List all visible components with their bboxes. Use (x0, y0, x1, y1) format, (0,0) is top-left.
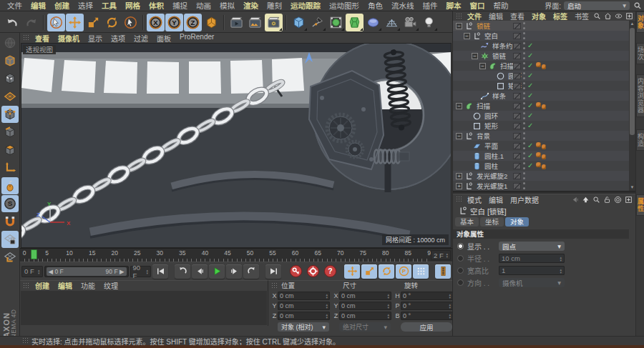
menu-item[interactable]: 标签 (550, 11, 571, 21)
search-icon[interactable] (592, 11, 602, 21)
start-frame-field[interactable]: 0 F ▴ ▾ (21, 266, 43, 277)
menu-item[interactable]: 选项 (107, 33, 130, 44)
object-row[interactable]: −锁链 (453, 21, 630, 31)
side-tab-构造[interactable]: 构造 (636, 129, 644, 151)
coord-mode-dropdown[interactable]: 对象 (相对)▾ (278, 322, 329, 332)
object-tree-scrollbar[interactable]: ▲ ▼ (629, 21, 635, 191)
layer-toggle[interactable] (513, 23, 521, 29)
menu-item[interactable]: 动画 (192, 0, 215, 11)
menu-item[interactable]: 对象 (528, 11, 550, 21)
menu-item[interactable]: 模拟 (215, 0, 239, 11)
move-button[interactable] (66, 14, 84, 31)
timeline-ruler[interactable]: 051015202530354045505560657075808590 2 F… (20, 248, 452, 262)
spinner-arrows-icon[interactable]: ▴ ▾ (326, 293, 328, 299)
spinner-arrows-icon[interactable]: ▴ ▾ (449, 303, 451, 309)
goto-end-button[interactable] (265, 264, 281, 279)
menu-item[interactable]: 运动跟踪 (286, 0, 325, 11)
scroll-up-icon[interactable]: ▲ (629, 21, 635, 27)
menu-item[interactable]: 脚本 (442, 0, 466, 11)
layer-toggle[interactable] (513, 133, 521, 139)
back-arrow-icon[interactable] (570, 195, 580, 204)
record-key-button[interactable] (288, 264, 303, 279)
question-button[interactable]: ? (322, 264, 338, 279)
collapse-icon[interactable]: − (479, 63, 486, 69)
menu-item[interactable]: 工具 (97, 0, 121, 11)
viewport-canvas[interactable]: Y X Z 透视视图 网格间距 : 10000 cm (21, 43, 452, 248)
interface-dropdown[interactable]: 启动 ▾ (564, 1, 630, 10)
render-picture-button[interactable] (246, 14, 264, 31)
frame-range-slider[interactable]: ◀ 0 F 90 F ▶ (44, 266, 129, 277)
enabled-check-icon[interactable]: ✓ (527, 121, 533, 131)
menu-item[interactable]: 体积 (145, 0, 168, 11)
coord-field[interactable]: 0 cm▴ ▾ (339, 312, 391, 320)
layer-toggle[interactable] (513, 63, 521, 69)
object-row[interactable]: 平面✓ (453, 141, 630, 151)
layer-toggle[interactable] (513, 113, 521, 119)
add-spline-button[interactable] (308, 14, 326, 31)
keyframe-radio[interactable] (457, 279, 464, 286)
visibility-dots[interactable] (523, 32, 526, 39)
undo-button[interactable] (4, 14, 21, 31)
object-row[interactable]: 圆环✓ (453, 111, 630, 121)
object-row[interactable]: −扫描✓ (453, 101, 630, 111)
play-forwards-button[interactable] (243, 264, 259, 279)
grip-handle[interactable] (23, 34, 29, 41)
menu-item[interactable]: 查看 (507, 11, 528, 21)
coord-field[interactable]: 0 cm▴ ▾ (339, 302, 391, 310)
attribute-spinner[interactable]: 10 cm▴ ▾ (499, 254, 565, 263)
apply-button[interactable]: 应用 (401, 322, 452, 332)
object-row[interactable]: −背景 (453, 131, 630, 141)
home-icon[interactable] (603, 11, 613, 21)
step-forward-button[interactable] (226, 264, 242, 279)
side-tab-属性[interactable]: 属性 (636, 194, 644, 216)
menu-item[interactable]: 角色 (364, 0, 387, 11)
enabled-check-icon[interactable]: ✓ (527, 101, 533, 111)
coord-system-button[interactable] (203, 14, 220, 31)
keyframe-radio[interactable] (457, 255, 464, 262)
enabled-check-icon[interactable]: ✓ (527, 151, 533, 161)
menu-item[interactable]: 过滤 (130, 33, 152, 44)
play-backwards-button[interactable] (175, 264, 190, 279)
playhead[interactable] (31, 249, 37, 259)
key-position-button[interactable] (344, 264, 360, 279)
visibility-dots[interactable] (523, 182, 526, 189)
points-mode-button[interactable] (1, 106, 19, 123)
visibility-dots[interactable] (523, 22, 526, 29)
tag-icon[interactable] (536, 142, 541, 147)
filter-eye-icon[interactable] (614, 11, 623, 21)
visibility-dots[interactable] (523, 142, 526, 149)
layer-toggle[interactable] (513, 93, 521, 99)
auto-key-button[interactable] (305, 264, 321, 279)
tag-icon[interactable] (542, 144, 547, 149)
last-tool-button[interactable] (122, 14, 140, 31)
spinner-arrows-icon[interactable]: ▴ ▾ (449, 313, 451, 319)
spinner-arrows-icon[interactable]: ▴ ▾ (446, 252, 448, 258)
layer-toggle[interactable] (513, 73, 521, 79)
tag-icon[interactable] (536, 162, 541, 167)
object-row[interactable]: 样条约束✓ (453, 41, 630, 51)
menu-item[interactable]: 窗口 (466, 0, 489, 11)
grip-handle[interactable] (456, 196, 462, 203)
visibility-dots[interactable] (523, 102, 526, 109)
magnet-button[interactable] (1, 213, 19, 230)
layer-toggle[interactable] (513, 153, 521, 159)
coord-mode-dropdown[interactable]: 绝对尺寸▾ (339, 322, 391, 332)
visibility-dots[interactable] (523, 172, 526, 179)
tag-icon[interactable] (536, 102, 541, 107)
layer-toggle[interactable] (513, 123, 521, 129)
menu-item[interactable]: 编辑 (26, 0, 50, 11)
coord-field[interactable]: 0 °▴ ▾ (401, 312, 453, 320)
enable-axis-button[interactable] (1, 159, 19, 177)
play-button[interactable] (209, 264, 225, 279)
planar-workplane-button[interactable] (1, 249, 19, 266)
layer-toggle[interactable] (513, 173, 521, 179)
live-select-button[interactable] (47, 14, 65, 31)
attribute-dropdown[interactable]: 圆点▾ (499, 242, 565, 251)
menu-item[interactable]: 用户数据 (507, 194, 542, 205)
coord-field[interactable]: 0 cm▴ ▾ (278, 302, 330, 310)
layer-toggle[interactable] (513, 183, 521, 189)
add-deformer-button[interactable] (346, 14, 364, 31)
menu-item[interactable]: 帮助 (489, 0, 513, 11)
grip-handle[interactable] (456, 13, 462, 20)
collapse-icon[interactable]: − (472, 53, 478, 59)
